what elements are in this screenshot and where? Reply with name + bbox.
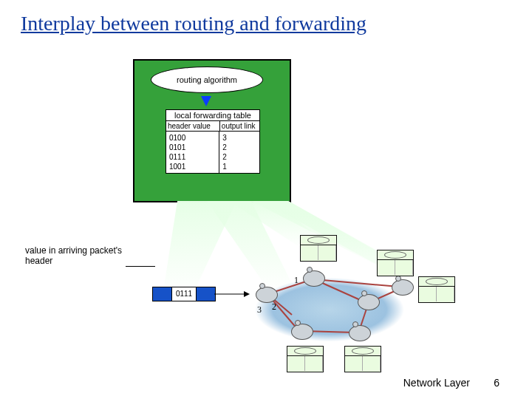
forwarding-table-title: local forwarding table [166, 110, 259, 121]
routing-algorithm-oval: routing algorithm [151, 66, 263, 93]
table-row: 2 [222, 143, 256, 152]
router-node [291, 324, 313, 340]
mini-forwarding-table [418, 276, 455, 303]
arriving-label-pointer [126, 266, 155, 267]
table-row: 0111 [169, 152, 216, 162]
router-box: routing algorithm local forwarding table… [133, 59, 291, 202]
table-row: 1 [222, 162, 256, 171]
footer-page-number: 6 [494, 377, 499, 389]
mini-forwarding-table [287, 346, 324, 372]
footer-text: Network Layer [403, 377, 470, 389]
mini-forwarding-table [377, 250, 414, 276]
arriving-packet-label: value in arriving packet's header [25, 245, 129, 266]
forwarding-table-header-right: output link [220, 121, 259, 131]
router-node [392, 279, 414, 296]
router-node [256, 287, 278, 303]
packet-header-field: 0111 [171, 287, 197, 301]
svg-marker-0 [163, 201, 236, 296]
table-row: 3 [222, 133, 256, 143]
forwarding-table-col-output-links: 3 2 2 1 [219, 132, 259, 173]
mini-forwarding-table [300, 235, 337, 262]
port-label-3: 3 [257, 304, 262, 316]
router-node [303, 270, 325, 287]
table-row: 0101 [169, 143, 216, 152]
forwarding-table: local forwarding table header value outp… [166, 109, 260, 174]
mini-forwarding-table [344, 346, 381, 372]
table-row: 2 [222, 152, 256, 162]
slide-title: Interplay between routing and forwarding [21, 12, 366, 35]
table-row: 0100 [169, 133, 216, 143]
router-node [349, 325, 371, 341]
forwarding-table-header-left: header value [166, 121, 220, 131]
table-row: 1001 [169, 162, 216, 171]
forwarding-table-header: header value output link [166, 121, 259, 132]
port-label-2: 2 [272, 301, 276, 313]
forwarding-table-col-header-values: 0100 0101 0111 1001 [166, 132, 219, 173]
port-label-1: 1 [294, 275, 299, 286]
router-node [358, 294, 380, 310]
arrow-down-icon [201, 96, 211, 106]
